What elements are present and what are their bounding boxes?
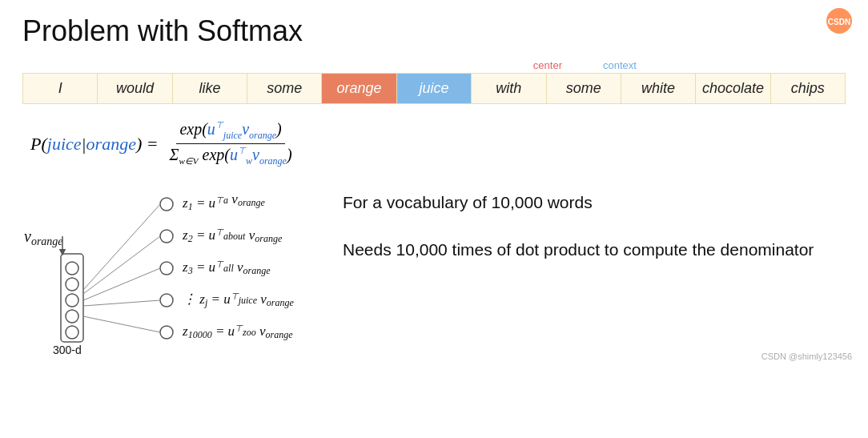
svg-text:CSDN: CSDN	[828, 18, 850, 26]
diagram-area: vorange 300-d	[22, 182, 319, 361]
svg-text:vorange: vorange	[24, 227, 63, 247]
svg-point-7	[66, 310, 78, 323]
formula-lhs: P(juice|orange) =	[30, 134, 159, 155]
svg-line-18	[83, 300, 160, 306]
word-strip-container: center context I would like some orange …	[22, 59, 846, 104]
word-juice: juice	[397, 74, 472, 103]
svg-point-13	[160, 294, 173, 307]
word-strip: I would like some orange juice with some…	[22, 73, 846, 104]
word-with: with	[472, 74, 546, 103]
formula-denominator: Σw∈V exp(u⊤wvorange)	[167, 144, 295, 167]
word-orange: orange	[322, 74, 396, 103]
word-would: would	[98, 74, 172, 103]
word-some2: some	[547, 74, 621, 103]
logo-area: CSDN	[825, 6, 854, 35]
svg-line-16	[83, 236, 160, 294]
svg-text:z1 = u⊤a vorange: z1 = u⊤a vorange	[182, 191, 266, 212]
formula-numerator: exp(u⊤juicevorange)	[176, 120, 284, 144]
svg-text:⋮  zj = u⊤juice vorange: ⋮ zj = u⊤juice vorange	[183, 291, 294, 308]
svg-point-11	[160, 230, 173, 243]
svg-rect-3	[61, 254, 83, 342]
word-like: like	[173, 74, 247, 103]
svg-text:z3 = u⊤all vorange: z3 = u⊤all vorange	[182, 259, 271, 276]
center-label: center	[512, 59, 584, 71]
right-text-area: For a vocabulary of 10,000 words Needs 1…	[343, 182, 846, 361]
svg-point-6	[66, 294, 78, 307]
dotproduct-text: Needs 10,000 times of dot product to com…	[343, 238, 846, 262]
svg-point-12	[160, 262, 173, 275]
formula-fraction: exp(u⊤juicevorange) Σw∈V exp(u⊤wvorange)	[167, 120, 295, 167]
svg-line-17	[83, 268, 160, 300]
word-chips: chips	[771, 74, 845, 103]
word-some1: some	[247, 74, 322, 103]
bottom-section: vorange 300-d	[22, 182, 846, 361]
vocab-text: For a vocabulary of 10,000 words	[343, 190, 846, 215]
page-container: CSDN Problem with Softmax center context…	[0, 0, 868, 369]
nn-diagram: vorange 300-d	[22, 182, 319, 358]
svg-point-10	[160, 198, 173, 211]
formula-section: P(juice|orange) = exp(u⊤juicevorange) Σw…	[30, 120, 846, 167]
watermark: CSDN @shimly123456	[762, 352, 852, 361]
labels-row: center context	[22, 59, 846, 71]
svg-line-19	[83, 316, 160, 332]
page-title: Problem with Softmax	[22, 14, 846, 48]
svg-text:z10000 = u⊤zoo vorange: z10000 = u⊤zoo vorange	[182, 323, 293, 340]
formula-text: P(juice|orange) = exp(u⊤juicevorange) Σw…	[30, 120, 846, 167]
word-white: white	[621, 74, 696, 103]
svg-text:z2 = u⊤about vorange: z2 = u⊤about vorange	[182, 227, 283, 244]
context-label: context	[584, 59, 656, 71]
svg-point-14	[160, 326, 173, 339]
svg-point-8	[66, 326, 78, 339]
svg-point-4	[66, 262, 78, 275]
svg-point-5	[66, 278, 78, 291]
svg-text:300-d: 300-d	[53, 344, 82, 356]
word-I: I	[23, 74, 98, 103]
word-chocolate: chocolate	[696, 74, 770, 103]
svg-line-15	[83, 204, 160, 290]
